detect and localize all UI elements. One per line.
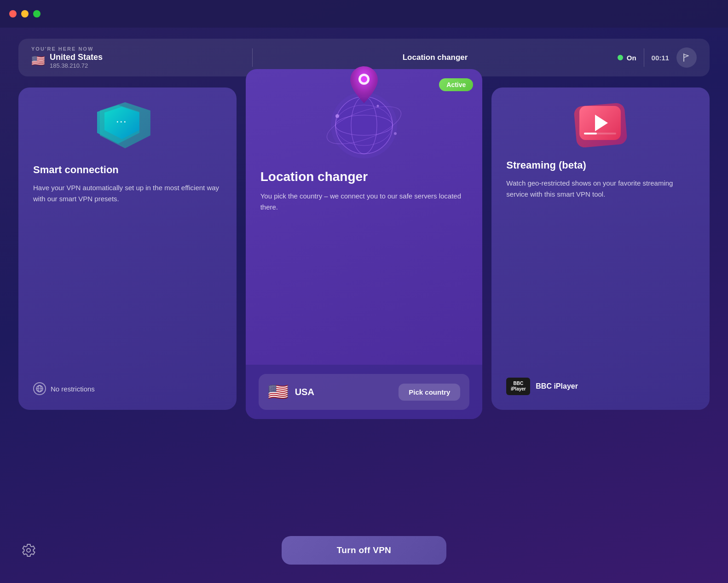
shield-dots: ··· (116, 117, 127, 127)
streaming-desc: Watch geo-restricted shows on your favor… (506, 178, 695, 200)
smart-connection-footer: No restrictions (33, 382, 222, 395)
streaming-card[interactable]: Streaming (beta) Watch geo-restricted sh… (491, 87, 710, 410)
location-info-left: YOU'RE HERE NOW 🇺🇸 United States 185.38.… (31, 46, 103, 69)
smart-connection-desc: Have your VPN automatically set up in th… (33, 182, 222, 204)
bbc-label-line1: BBC (513, 381, 523, 386)
smart-connection-title: Smart connection (33, 164, 222, 176)
svg-point-11 (335, 114, 339, 118)
svg-point-6 (335, 97, 393, 154)
no-restrictions-label: No restrictions (51, 385, 95, 393)
streaming-footer: BBC iPlayer BBC iPlayer (506, 378, 695, 395)
globe-icon (33, 382, 46, 395)
no-restrictions: No restrictions (33, 382, 222, 395)
bbc-service-name: BBC iPlayer (536, 382, 578, 391)
streaming-title: Streaming (beta) (506, 159, 695, 171)
streaming-front (579, 106, 621, 140)
svg-point-12 (394, 132, 397, 135)
smart-connection-card[interactable]: ··· Smart connection Have your VPN autom… (18, 87, 237, 410)
location-bottom-bar: 🇺🇸 USA Pick country (259, 374, 470, 410)
streaming-icon-area (506, 102, 695, 148)
bottom-bar: Turn off VPN (18, 536, 710, 565)
play-icon (595, 115, 608, 131)
streaming-icon (573, 102, 628, 148)
usa-flag: 🇺🇸 (268, 382, 289, 402)
location-changer-card[interactable]: Active (246, 69, 483, 419)
location-info: 🇺🇸 United States 185.38.210.72 (31, 52, 103, 69)
connection-status-dot (618, 55, 623, 60)
progress-fill (584, 133, 597, 134)
progress-bar (584, 133, 616, 134)
globe-pin-wrapper (318, 65, 410, 162)
location-changer-title: Location changer (260, 169, 468, 184)
country-selected: USA (295, 387, 314, 397)
on-label: On (627, 54, 636, 62)
minimize-button[interactable] (21, 10, 29, 17)
turn-off-vpn-button[interactable]: Turn off VPN (282, 536, 446, 565)
location-changer-header-label: Location changer (403, 53, 468, 62)
country-selector-area: 🇺🇸 USA Pick country (246, 365, 483, 419)
globe-pin-area (260, 65, 468, 162)
status-right: On 00:11 (618, 47, 697, 68)
divider2 (644, 48, 644, 67)
divider (252, 48, 253, 67)
pick-country-button[interactable]: Pick country (399, 384, 460, 401)
smart-connection-icon: ··· (95, 102, 160, 153)
cards-area: ··· Smart connection Have your VPN autom… (0, 87, 728, 419)
svg-point-15 (361, 76, 367, 82)
active-badge: Active (439, 78, 473, 91)
location-changer-desc: You pick the country – we connect you to… (260, 191, 468, 213)
timer: 00:11 (652, 54, 669, 62)
country-details: United States 185.38.210.72 (50, 52, 103, 69)
country-selector: 🇺🇸 USA (268, 382, 314, 402)
on-indicator: On (618, 54, 636, 62)
you-are-here-label: YOU'RE HERE NOW (31, 46, 103, 52)
bbc-iplayer: BBC iPlayer BBC iPlayer (506, 378, 695, 395)
flag-button[interactable] (676, 47, 697, 68)
country-name: United States (50, 52, 103, 62)
country-flag: 🇺🇸 (31, 54, 45, 67)
settings-button[interactable] (18, 540, 39, 560)
svg-point-13 (376, 105, 379, 107)
bbc-logo: BBC iPlayer (506, 378, 530, 395)
location-pin (348, 65, 380, 105)
ip-address: 185.38.210.72 (50, 62, 103, 69)
maximize-button[interactable] (33, 10, 40, 17)
bbc-label-line2: iPlayer (511, 386, 526, 392)
close-button[interactable] (9, 10, 17, 17)
titlebar (0, 0, 728, 28)
smart-icon-area: ··· (33, 102, 222, 153)
